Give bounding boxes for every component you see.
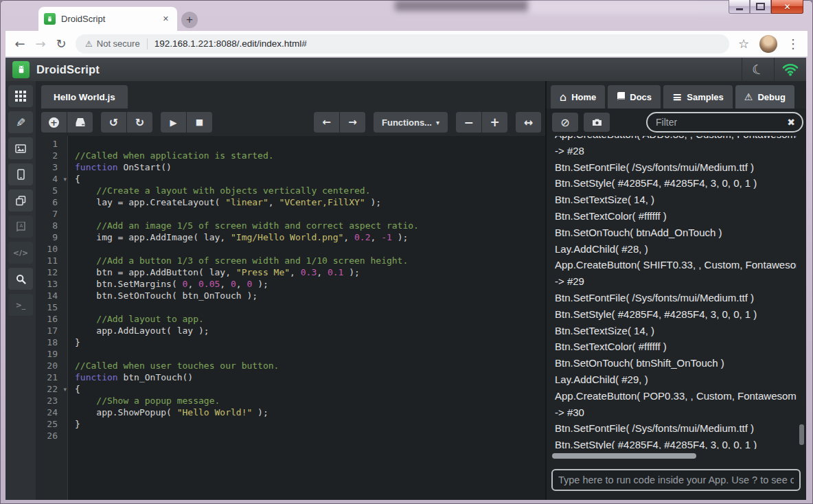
save-button[interactable] — [67, 112, 93, 133]
functions-dropdown[interactable]: Functions... ▾ — [374, 112, 448, 133]
run-button[interactable]: ▶ — [161, 112, 186, 133]
code-line[interactable]: app.ShowPopup( "Hello World!" ); — [75, 406, 547, 418]
debug-log-line[interactable]: Btn.SetOnTouch( btnAdd_OnTouch ) — [555, 225, 797, 241]
wifi-status-button[interactable] — [774, 58, 806, 81]
code-line[interactable]: //Add an image 1/5 of screen width and c… — [75, 220, 547, 231]
debug-log-line[interactable]: Btn.SetStyle( #4285F4, #4285F4, 3, 0, 0,… — [555, 437, 797, 449]
code-line[interactable] — [75, 208, 547, 220]
debug-log-line[interactable]: Lay.AddChild( #29, ) — [555, 371, 797, 388]
debug-log-line[interactable]: Btn.SetOnTouch( btnShift_OnTouch ) — [555, 355, 797, 371]
debug-log-line[interactable]: Btn.SetTextColor( #ffffff ) — [555, 208, 797, 225]
code-editor[interactable]: 1234▾5678910111213141516171819202122▾232… — [36, 136, 547, 500]
debug-log-line[interactable]: Btn.SetFontFile( /Sys/fonts/mui/Medium.t… — [555, 159, 797, 176]
debug-log-line[interactable]: Btn.SetTextSize( 14, ) — [555, 323, 797, 339]
code-line[interactable] — [75, 348, 547, 360]
undo-button[interactable]: ↺ — [101, 112, 126, 133]
bookmark-star-icon[interactable]: ☆ — [733, 34, 754, 54]
vertical-scrollbar[interactable] — [799, 424, 804, 445]
clear-log-button[interactable]: ⊘ — [552, 113, 578, 132]
nav-forward-button[interactable]: → — [339, 112, 365, 133]
address-bar[interactable]: ⚠ Not secure 192.168.1.221:8088/.edit/in… — [76, 34, 729, 54]
code-line[interactable]: btn = app.AddButton( lay, "Press Me", 0.… — [75, 266, 547, 278]
toggle-width-button[interactable]: ↔ — [516, 112, 541, 133]
new-tab-button[interactable]: + — [181, 12, 198, 28]
code-line[interactable]: //Show a popup message. — [75, 395, 547, 406]
debug-log-line[interactable]: -> #30 — [555, 404, 797, 421]
debug-log-line[interactable]: Btn.SetFontFile( /Sys/fonts/mui/Medium.t… — [555, 420, 797, 437]
browser-tab[interactable]: DroidScript ✕ — [38, 7, 177, 31]
code-line[interactable]: function OnStart() — [75, 161, 547, 173]
debug-log-line[interactable]: Btn.SetTextSize( 14, ) — [555, 192, 797, 208]
code-line[interactable]: img = app.AddImage( lay, "Img/Hello Worl… — [75, 231, 547, 243]
back-button[interactable]: ← — [10, 34, 30, 54]
debug-log-line[interactable]: App.CreateButton( SHIFT0.33, , Custom, F… — [555, 257, 797, 273]
filter-input[interactable] — [654, 116, 783, 128]
images-button[interactable] — [8, 137, 33, 159]
code-line[interactable]: //Called when user touches our button. — [75, 360, 547, 371]
new-file-button[interactable]: + — [41, 112, 67, 133]
code-line[interactable]: btn.SetMargins( 0, 0.05, 0, 0 ); — [75, 278, 547, 290]
horizontal-scrollbar[interactable] — [552, 453, 696, 459]
docs-book-button[interactable]: A — [8, 216, 33, 238]
tab-samples[interactable]: ≡Samples — [663, 85, 733, 108]
debug-log-line[interactable]: Btn.SetStyle( #4285F4, #4285F4, 3, 0, 0,… — [555, 306, 797, 323]
browser-menu-button[interactable]: ⋮ — [783, 34, 803, 54]
fold-arrow-icon[interactable]: ▾ — [63, 174, 67, 185]
code-line[interactable] — [75, 243, 547, 255]
code-line[interactable]: { — [75, 173, 547, 185]
code-line[interactable] — [75, 301, 547, 313]
fold-arrow-icon[interactable]: ▾ — [63, 384, 67, 396]
device-button[interactable] — [8, 163, 33, 185]
code-line[interactable]: btn.SetOnTouch( btn_OnTouch ); — [75, 290, 547, 301]
nav-back-button[interactable]: ← — [314, 112, 339, 133]
code-line[interactable]: function btn_OnTouch() — [75, 371, 547, 383]
tab-docs[interactable]: Docs — [608, 85, 661, 108]
refresh-button[interactable]: ↻ — [51, 34, 71, 54]
window-maximize-button[interactable] — [750, 0, 771, 14]
code-line[interactable] — [75, 430, 547, 442]
window-minimize-button[interactable] — [729, 0, 750, 14]
copy-button[interactable] — [8, 190, 33, 211]
code-line[interactable]: } — [75, 336, 547, 348]
redo-button[interactable]: ↻ — [126, 112, 152, 133]
code-line[interactable]: { — [75, 383, 547, 395]
tab-debug[interactable]: ⚠Debug — [735, 85, 794, 108]
url-text[interactable]: 192.168.1.221:8088/.edit/index.html# — [154, 38, 307, 49]
debug-log-line[interactable]: Btn.SetTextColor( #ffffff ) — [555, 339, 797, 355]
code-line[interactable]: } — [75, 418, 547, 430]
zoom-out-button[interactable]: − — [456, 112, 481, 133]
code-view-button[interactable]: </> — [8, 242, 33, 264]
debug-log-line[interactable]: Btn.SetFontFile( /Sys/fonts/mui/Medium.t… — [555, 290, 797, 306]
code-line[interactable]: //Add layout to app. — [75, 313, 547, 325]
code-line[interactable]: //Called when application is started. — [75, 150, 547, 161]
terminal-button[interactable]: >_ — [8, 294, 33, 316]
debug-log-line[interactable]: Lay.AddChild( #28, ) — [555, 241, 797, 257]
debug-log-line[interactable]: App.CreateButton( POP0.33, , Custom, Fon… — [555, 388, 797, 404]
debug-log-line[interactable]: -> #28 — [555, 143, 797, 159]
file-tab[interactable]: Hello World.js — [41, 85, 128, 108]
code-line[interactable]: lay = app.CreateLayout( "linear", "VCent… — [75, 196, 547, 208]
apps-grid-button[interactable] — [8, 85, 33, 107]
security-label[interactable]: Not secure — [97, 38, 140, 49]
profile-avatar[interactable] — [759, 35, 777, 53]
debug-log-line[interactable]: -> #29 — [555, 273, 797, 290]
filter-box[interactable]: ✖ — [646, 112, 803, 133]
stop-button[interactable]: ■ — [186, 112, 212, 133]
code-line[interactable]: app.AddLayout( lay ); — [75, 325, 547, 336]
window-close-button[interactable]: ✕ — [771, 0, 803, 14]
debug-log[interactable]: App.CreateButton( ADD0.33, , Custom, Fon… — [547, 136, 797, 449]
edit-button[interactable]: ✎ — [8, 111, 33, 133]
code-line[interactable]: //Add a button 1/3 of screen width and 1… — [75, 255, 547, 266]
console-input[interactable] — [553, 474, 799, 485]
debug-log-line[interactable]: Btn.SetStyle( #4285F4, #4285F4, 3, 0, 0,… — [555, 175, 797, 192]
dark-mode-toggle[interactable]: ☾ — [742, 58, 774, 81]
debug-log-line[interactable]: App.CreateButton( ADD0.33, , Custom, Fon… — [555, 136, 797, 143]
code-line[interactable] — [75, 138, 547, 150]
code-lines[interactable]: //Called when application is started.fun… — [68, 136, 547, 500]
filter-clear-icon[interactable]: ✖ — [787, 117, 795, 128]
console-box[interactable] — [551, 469, 801, 491]
tab-close-button[interactable]: ✕ — [160, 13, 172, 25]
tab-home[interactable]: ⌂Home — [551, 85, 605, 108]
screenshot-button[interactable] — [584, 113, 610, 132]
search-button[interactable] — [8, 268, 33, 290]
